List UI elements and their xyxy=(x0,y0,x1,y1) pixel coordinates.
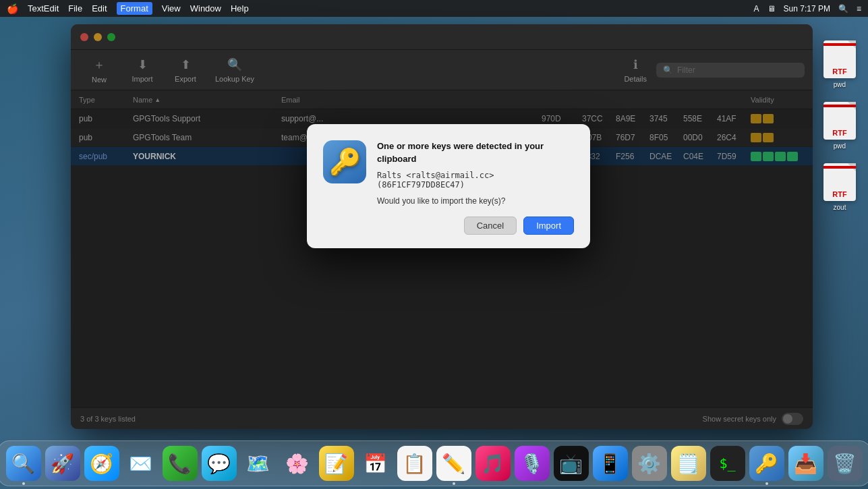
desktop: 🍎 TextEdit File Edit Format View Window … xyxy=(0,0,868,489)
menubar: 🍎 TextEdit File Edit Format View Window … xyxy=(0,0,868,17)
dock-keychain[interactable]: 🔑 xyxy=(749,446,784,481)
trash-icon: 🗑️ xyxy=(833,453,857,475)
textedit-icon: ✏️ xyxy=(442,453,465,475)
maps-icon: 🗺️ xyxy=(246,453,270,475)
dock-music[interactable]: 🎵 xyxy=(475,446,511,481)
appletv-icon: 📺 xyxy=(559,453,583,475)
facetime-icon: 📞 xyxy=(168,453,192,475)
gpg-app-icon: 🔑 xyxy=(323,140,366,183)
dock-photos[interactable]: 🌸 xyxy=(280,446,315,481)
dock-maps[interactable]: 🗺️ xyxy=(241,446,276,481)
dock-notes[interactable]: 🗒️ xyxy=(671,446,706,481)
desktop-file-zout[interactable]: RTF zout xyxy=(818,163,861,211)
music-icon: 🎵 xyxy=(481,453,504,475)
dialog-question: Would you like to import the key(s)? xyxy=(377,196,574,206)
dock-launchpad[interactable]: 🚀 xyxy=(45,446,80,481)
file-ext: RTF xyxy=(832,129,846,137)
dialog-overlay: 🔑 One or more keys were detected in your… xyxy=(71,24,813,429)
file-label: zout xyxy=(834,204,846,211)
dock-systemprefs[interactable]: ⚙️ xyxy=(632,446,667,481)
menubar-view[interactable]: View xyxy=(162,3,181,13)
desktop-files: RTF pwd RTF pwd RTF zout xyxy=(818,40,861,211)
running-indicator xyxy=(453,482,455,485)
dock-podcasts[interactable]: 🎙️ xyxy=(515,446,550,481)
menubar-textedit[interactable]: TextEdit xyxy=(28,3,59,13)
finder-icon: 🔍 xyxy=(11,453,35,475)
launchpad-icon: 🚀 xyxy=(51,453,74,475)
systemprefs-icon: ⚙️ xyxy=(637,453,661,475)
menubar-help[interactable]: Help xyxy=(231,3,249,13)
keychain-icon: 🔑 xyxy=(755,453,778,475)
file-icon: RTF xyxy=(823,163,856,201)
notes-icon: 🗒️ xyxy=(676,453,700,475)
dock-mail[interactable]: ✉️ xyxy=(123,446,158,481)
menubar-time: Sun 7:17 PM xyxy=(784,4,830,13)
dock-facetime[interactable]: 📞 xyxy=(163,446,198,481)
file-ext: RTF xyxy=(832,67,846,76)
menubar-menu-icon[interactable]: ≡ xyxy=(857,4,861,13)
dialog-key-info: Ralts <ralts@airmail.cc> (86F1CF797DD8EC… xyxy=(377,171,574,190)
import-button[interactable]: Import xyxy=(523,217,574,235)
dock-finder[interactable]: 🔍 xyxy=(6,446,41,481)
podcasts-icon: 🎙️ xyxy=(520,453,544,475)
dock: 🔍 🚀 🧭 ✉️ 📞 💬 🗺️ 🌸 📝 📅 📋 xyxy=(0,440,868,486)
dock-appstore[interactable]: 📱 xyxy=(593,446,628,481)
dock-reminders[interactable]: 📋 xyxy=(397,446,432,481)
dock-appletv[interactable]: 📺 xyxy=(554,446,589,481)
dialog-text: One or more keys were detected in your c… xyxy=(377,140,574,205)
menubar-display-icon: 🖥 xyxy=(768,4,776,13)
menubar-right: A 🖥 Sun 7:17 PM 🔍 ≡ xyxy=(754,4,861,13)
dock-trash[interactable]: 🗑️ xyxy=(828,446,863,481)
dock-terminal[interactable]: $_ xyxy=(710,446,745,481)
dock-safari[interactable]: 🧭 xyxy=(84,446,119,481)
dialog-title: One or more keys were detected in your c… xyxy=(377,140,574,165)
stickies-icon: 📝 xyxy=(324,453,348,475)
menubar-window[interactable]: Window xyxy=(190,3,221,13)
reminders-icon: 📋 xyxy=(403,453,426,475)
file-icon: RTF xyxy=(823,40,856,78)
menubar-search-icon[interactable]: 🔍 xyxy=(838,4,848,13)
gpg-keychain-window: ＋ New ⬇ Import ⬆ Export 🔍 Lookup Key ℹ D… xyxy=(71,24,813,429)
menubar-format[interactable]: Format xyxy=(117,2,152,15)
key-id: (86F1CF797DD8EC47) xyxy=(377,180,465,190)
dock-stickies[interactable]: 📝 xyxy=(319,446,354,481)
mail-icon: ✉️ xyxy=(129,453,152,475)
dock-messages[interactable]: 💬 xyxy=(202,446,237,481)
desktop-file-pwd1[interactable]: RTF pwd xyxy=(818,40,861,88)
dialog-buttons: Cancel Import xyxy=(323,217,574,235)
menubar-a-icon: A xyxy=(754,4,759,13)
photos-icon: 🌸 xyxy=(285,453,309,475)
dialog-content: 🔑 One or more keys were detected in your… xyxy=(323,140,574,205)
dock-calendar[interactable]: 📅 xyxy=(358,446,393,481)
appstore-icon: 📱 xyxy=(598,453,622,475)
menubar-edit[interactable]: Edit xyxy=(92,3,107,13)
file-label: pwd xyxy=(834,81,846,88)
import-key-dialog: 🔑 One or more keys were detected in your… xyxy=(307,124,590,248)
dock-textedit[interactable]: ✏️ xyxy=(436,446,471,481)
calendar-icon: 📅 xyxy=(364,453,387,475)
running-indicator xyxy=(765,482,768,485)
file-label: pwd xyxy=(834,142,846,150)
cancel-button[interactable]: Cancel xyxy=(464,217,517,235)
desktop-file-pwd2[interactable]: RTF pwd xyxy=(818,102,861,150)
menubar-file[interactable]: File xyxy=(68,3,82,13)
key-icon: 🔑 xyxy=(329,147,361,177)
safari-icon: 🧭 xyxy=(90,453,113,475)
dock-downloads[interactable]: 📥 xyxy=(788,446,823,481)
terminal-icon: $_ xyxy=(719,455,735,471)
file-ext: RTF xyxy=(832,190,846,198)
key-email: <ralts@airmail.cc> xyxy=(406,171,494,180)
apple-menu[interactable]: 🍎 xyxy=(7,3,18,14)
messages-icon: 💬 xyxy=(207,453,231,475)
key-name: Ralts xyxy=(377,171,401,180)
running-indicator xyxy=(22,482,25,485)
file-icon: RTF xyxy=(823,102,856,140)
downloads-icon: 📥 xyxy=(794,453,817,475)
